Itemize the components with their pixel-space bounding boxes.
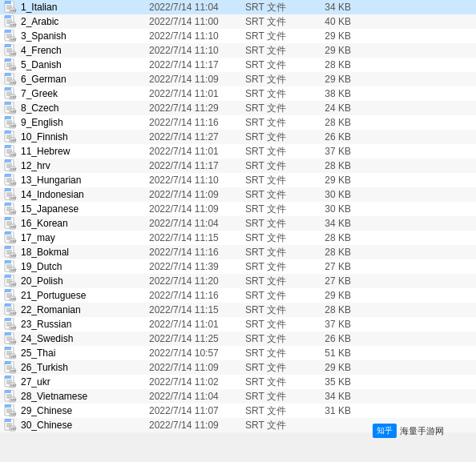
file-date: 2022/7/14 11:15	[149, 304, 245, 315]
table-row[interactable]: SRT 4_French 2022/7/14 11:10 SRT 文件 29 K…	[0, 43, 476, 58]
file-name: 2_Arabic	[21, 16, 149, 27]
file-type: SRT 文件	[245, 131, 309, 144]
file-name: 14_Indonesian	[21, 189, 149, 200]
file-name: 9_English	[21, 117, 149, 128]
file-icon: SRT	[3, 188, 18, 201]
svg-text:SRT: SRT	[10, 196, 17, 200]
table-row[interactable]: SRT 13_Hungarian 2022/7/14 11:10 SRT 文件 …	[0, 173, 476, 187]
svg-text:SRT: SRT	[10, 52, 17, 56]
file-size: 29 KB	[309, 362, 357, 373]
svg-text:SRT: SRT	[10, 254, 17, 258]
table-row[interactable]: SRT 22_Romanian 2022/7/14 11:15 SRT 文件 2…	[0, 303, 476, 317]
svg-rect-113	[5, 231, 11, 235]
table-row[interactable]: SRT 1_Italian 2022/7/14 11:04 SRT 文件 34 …	[0, 0, 476, 14]
file-name: 5_Danish	[21, 59, 149, 70]
file-name: 16_Korean	[21, 218, 149, 229]
file-size: 37 KB	[309, 146, 357, 157]
table-row[interactable]: SRT 16_Korean 2022/7/14 11:04 SRT 文件 34 …	[0, 216, 476, 231]
file-date: 2022/7/14 11:04	[149, 2, 245, 13]
file-icon: SRT	[3, 44, 18, 57]
table-row[interactable]: SRT 11_Hebrew 2022/7/14 11:01 SRT 文件 37 …	[0, 144, 476, 159]
svg-text:SRT: SRT	[10, 23, 17, 27]
table-row[interactable]: SRT 9_English 2022/7/14 11:16 SRT 文件 28 …	[0, 115, 476, 130]
table-row[interactable]: SRT 24_Swedish 2022/7/14 11:25 SRT 文件 26…	[0, 331, 476, 346]
table-row[interactable]: SRT 27_ukr 2022/7/14 11:02 SRT 文件 35 KB	[0, 375, 476, 389]
table-row[interactable]: SRT 21_Portuguese 2022/7/14 11:16 SRT 文件…	[0, 288, 476, 303]
file-size: 40 KB	[309, 16, 357, 27]
file-list: SRT 1_Italian 2022/7/14 11:04 SRT 文件 34 …	[0, 0, 476, 432]
svg-text:SRT: SRT	[10, 355, 17, 359]
file-date: 2022/7/14 11:16	[149, 290, 245, 301]
file-size: 34 KB	[309, 391, 357, 402]
file-name: 18_Bokmal	[21, 247, 149, 258]
file-type: SRT 文件	[245, 87, 309, 101]
table-row[interactable]: SRT 28_Vietnamese 2022/7/14 11:04 SRT 文件…	[0, 389, 476, 404]
file-type: SRT 文件	[245, 289, 309, 303]
svg-text:SRT: SRT	[10, 268, 17, 272]
svg-rect-1	[5, 1, 11, 4]
table-row[interactable]: SRT 19_Dutch 2022/7/14 11:39 SRT 文件 27 K…	[0, 259, 476, 274]
svg-rect-8	[5, 15, 11, 18]
table-row[interactable]: SRT 15_Japanese 2022/7/14 11:09 SRT 文件 3…	[0, 202, 476, 216]
file-date: 2022/7/14 11:01	[149, 88, 245, 99]
table-row[interactable]: SRT 17_may 2022/7/14 11:15 SRT 文件 28 KB	[0, 231, 476, 245]
file-icon: SRT	[3, 390, 18, 403]
table-row[interactable]: SRT 7_Greek 2022/7/14 11:01 SRT 文件 38 KB	[0, 86, 476, 101]
table-row[interactable]: SRT 2_Arabic 2022/7/14 11:00 SRT 文件 40 K…	[0, 14, 476, 29]
svg-text:SRT: SRT	[10, 110, 17, 114]
file-date: 2022/7/14 11:16	[149, 117, 245, 128]
table-row[interactable]: SRT 29_Chinese 2022/7/14 11:07 SRT 文件 31…	[0, 404, 476, 418]
file-date: 2022/7/14 11:01	[149, 146, 245, 157]
svg-text:SRT: SRT	[10, 311, 17, 315]
file-name: 19_Dutch	[21, 261, 149, 272]
table-row[interactable]: SRT 3_Spanish 2022/7/14 11:10 SRT 文件 29 …	[0, 29, 476, 43]
file-date: 2022/7/14 11:17	[149, 59, 245, 70]
svg-rect-162	[5, 332, 11, 335]
table-row[interactable]: SRT 10_Finnish 2022/7/14 11:27 SRT 文件 26…	[0, 130, 476, 144]
file-name: 4_French	[21, 45, 149, 56]
file-icon: SRT	[3, 102, 18, 114]
file-name: 7_Greek	[21, 88, 149, 99]
file-name: 6_German	[21, 74, 149, 85]
watermark: 知乎 海量手游网	[373, 424, 444, 438]
file-type: SRT 文件	[245, 404, 309, 418]
table-row[interactable]: SRT 8_Czech 2022/7/14 11:29 SRT 文件 24 KB	[0, 101, 476, 115]
file-name: 12_hrv	[21, 160, 149, 171]
table-row[interactable]: SRT 26_Turkish 2022/7/14 11:09 SRT 文件 29…	[0, 360, 476, 375]
table-row[interactable]: SRT 23_Russian 2022/7/14 11:01 SRT 文件 37…	[0, 317, 476, 331]
svg-text:SRT: SRT	[10, 369, 17, 373]
table-row[interactable]: SRT 12_hrv 2022/7/14 11:17 SRT 文件 28 KB	[0, 159, 476, 173]
svg-rect-134	[5, 275, 11, 278]
file-name: 22_Romanian	[21, 304, 149, 315]
table-row[interactable]: SRT 25_Thai 2022/7/14 10:57 SRT 文件 51 KB	[0, 346, 476, 360]
file-size: 28 KB	[309, 117, 357, 128]
file-size: 29 KB	[309, 290, 357, 301]
svg-rect-190	[5, 390, 11, 393]
svg-rect-120	[5, 246, 11, 249]
file-size: 24 KB	[309, 102, 357, 114]
file-size: 37 KB	[309, 319, 357, 330]
file-type: SRT 文件	[245, 188, 309, 202]
file-date: 2022/7/14 11:20	[149, 275, 245, 287]
table-row[interactable]: SRT 5_Danish 2022/7/14 11:17 SRT 文件 28 K…	[0, 58, 476, 72]
file-name: 11_Hebrew	[21, 146, 149, 157]
file-size: 30 KB	[309, 203, 357, 215]
svg-rect-169	[5, 347, 11, 350]
file-type: SRT 文件	[245, 332, 309, 346]
file-type: SRT 文件	[245, 102, 309, 115]
svg-text:SRT: SRT	[10, 66, 17, 70]
file-date: 2022/7/14 11:01	[149, 319, 245, 330]
file-size: 28 KB	[309, 304, 357, 315]
table-row[interactable]: SRT 6_German 2022/7/14 11:09 SRT 文件 29 K…	[0, 72, 476, 86]
table-row[interactable]: SRT 18_Bokmal 2022/7/14 11:16 SRT 文件 28 …	[0, 245, 476, 259]
file-icon: SRT	[3, 246, 18, 259]
table-row[interactable]: SRT 20_Polish 2022/7/14 11:20 SRT 文件 27 …	[0, 274, 476, 288]
file-date: 2022/7/14 11:09	[149, 203, 245, 215]
svg-rect-15	[5, 30, 11, 33]
file-icon: SRT	[3, 347, 18, 360]
svg-rect-141	[5, 289, 11, 292]
file-name: 21_Portuguese	[21, 290, 149, 301]
file-date: 2022/7/14 11:39	[149, 261, 245, 272]
file-type: SRT 文件	[245, 174, 309, 187]
table-row[interactable]: SRT 14_Indonesian 2022/7/14 11:09 SRT 文件…	[0, 187, 476, 202]
